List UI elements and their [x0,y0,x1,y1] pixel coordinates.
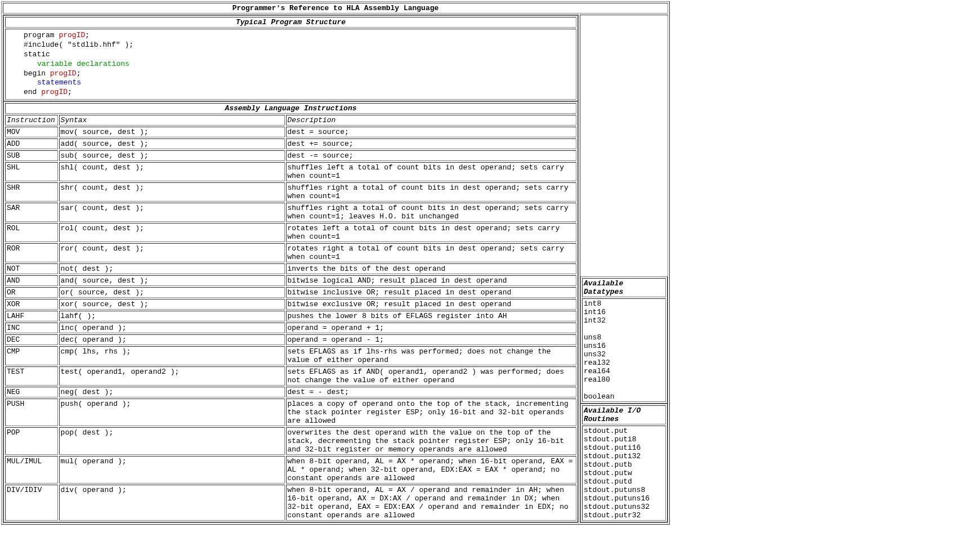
description-cell: bitwise logical AND; result placed in de… [286,275,576,286]
structure-table: Typical Program Structure program progID… [3,15,578,101]
syntax-cell: inc( operand ); [59,323,285,333]
table-row: ROLrol( count, dest );rotates left a tot… [5,223,576,242]
syntax-cell: or( source, dest ); [59,287,285,298]
table-row: INCinc( operand );operand = operand + 1; [5,323,576,333]
include-line: #include( "stdlib.hhf" ); [24,41,575,50]
instructions-heading: Assembly Language Instructions [5,103,576,114]
syntax-cell: mov( source, dest ); [59,127,285,137]
table-row: ADDadd( source, dest );dest += source; [5,138,576,149]
syntax-cell: mul( operand ); [59,456,285,484]
instruction-cell: PUSH [5,399,58,426]
instruction-cell: ADD [5,138,58,149]
kw-begin: begin [24,69,50,78]
instruction-cell: SHR [5,182,58,202]
table-row: TESTtest( operand1, operand2 );sets EFLA… [5,366,576,386]
description-cell: inverts the bits of the dest operand [286,263,576,274]
kw-end: end [24,88,41,96]
progid-3: progID [41,88,68,96]
description-cell: rotates left a total of count bits in de… [286,223,576,242]
table-row: SARsar( count, dest );shuffles right a t… [5,203,576,222]
instruction-cell: LAHF [5,311,58,321]
syntax-cell: div( operand ); [59,485,285,521]
description-cell: shuffles left a total of count bits in d… [286,162,576,181]
instruction-cell: TEST [5,366,58,386]
sidebar: Available Datatypes int8 int16 int32 uns… [580,15,668,523]
instruction-cell: OR [5,287,58,298]
description-cell: operand = operand + 1; [286,323,576,333]
syntax-cell: not( dest ); [59,263,285,274]
description-cell: operand = operand - 1; [286,334,576,345]
description-cell: places a copy of operand onto the top of… [286,399,576,426]
description-cell: sets EFLAGS as if AND( operand1, operand… [286,366,576,386]
datatypes-header: Available Datatypes [582,278,666,297]
syntax-cell: sar( count, dest ); [59,203,285,222]
description-cell: overwrites the dest operand with the val… [286,427,576,455]
instruction-cell: NOT [5,263,58,274]
instruction-cell: MUL/IMUL [5,456,58,484]
instruction-cell: SUB [5,150,58,161]
syntax-cell: cmp( lhs, rhs ); [59,346,285,365]
description-cell: bitwise inclusive OR; result placed in d… [286,287,576,298]
instruction-cell: ROR [5,243,58,262]
description-cell: shuffles right a total of count bits in … [286,203,576,222]
left-column: Typical Program Structure program progID… [3,15,579,523]
syntax-cell: and( source, dest ); [59,275,285,286]
instruction-cell: DIV/IDIV [5,485,58,521]
statements: statements [37,78,81,87]
description-cell: dest -= source; [286,150,576,161]
table-row: XORxor( source, dest );bitwise exclusive… [5,299,576,310]
syntax-cell: xor( source, dest ); [59,299,285,310]
var-decls: variable declarations [37,60,129,68]
syntax-cell: ror( count, dest ); [59,243,285,262]
description-cell: when 8-bit operand, AL = AX / operand an… [286,485,576,521]
description-cell: bitwise exclusive OR; result placed in d… [286,299,576,310]
datatypes-box: Available Datatypes int8 int16 int32 uns… [580,276,668,404]
io-list: stdout.put stdout.puti8 stdout.puti16 st… [582,426,666,521]
syntax-cell: lahf( ); [59,311,285,321]
instruction-cell: CMP [5,346,58,365]
description-cell: rotates right a total of count bits in d… [286,243,576,262]
instruction-cell: MOV [5,127,58,137]
syntax-cell: add( source, dest ); [59,138,285,149]
col-description: Description [286,115,576,126]
instruction-cell: INC [5,323,58,333]
io-routines-box: Available I/O Routines stdout.put stdout… [580,404,668,522]
syntax-cell: dec( operand ); [59,334,285,345]
description-cell: sets EFLAGS as if lhs-rhs was performed;… [286,346,576,365]
instruction-cell: ROL [5,223,58,242]
description-cell: dest = source; [286,127,576,137]
instructions-table: Assembly Language Instructions Instructi… [3,101,578,522]
syntax-cell: pop( dest ); [59,427,285,455]
col-syntax: Syntax [59,115,285,126]
program-structure-code: program progID; #include( "stdlib.hhf" )… [5,29,576,100]
syntax-cell: shl( count, dest ); [59,162,285,181]
table-row: DIV/IDIVdiv( operand );when 8-bit operan… [5,485,576,521]
kw-program: program [24,31,59,39]
table-row: SHLshl( count, dest );shuffles left a to… [5,162,576,181]
instruction-cell: NEG [5,387,58,397]
syntax-cell: test( operand1, operand2 ); [59,366,285,386]
table-row: ANDand( source, dest );bitwise logical A… [5,275,576,286]
static-line: static [24,50,575,60]
syntax-cell: rol( count, dest ); [59,223,285,242]
col-instruction: Instruction [5,115,58,126]
table-row: POPpop( dest );overwrites the dest opera… [5,427,576,455]
table-row: MUL/IMULmul( operand );when 8-bit operan… [5,456,576,484]
description-cell: dest = - dest; [286,387,576,397]
main-reference-table: Programmer's Reference to HLA Assembly L… [1,1,670,525]
progid-1: progID [59,31,85,39]
table-row: SHRshr( count, dest );shuffles right a t… [5,182,576,202]
syntax-cell: push( operand ); [59,399,285,426]
instruction-cell: AND [5,275,58,286]
description-cell: when 8-bit operand, AL = AX * operand; w… [286,456,576,484]
structure-heading: Typical Program Structure [5,17,576,28]
table-row: ORor( source, dest );bitwise inclusive O… [5,287,576,298]
description-cell: pushes the lower 8 bits of EFLAGS regist… [286,311,576,321]
table-row: CMPcmp( lhs, rhs );sets EFLAGS as if lhs… [5,346,576,365]
page-title: Programmer's Reference to HLA Assembly L… [3,3,668,14]
instruction-cell: SHL [5,162,58,181]
instruction-cell: POP [5,427,58,455]
description-cell: shuffles right a total of count bits in … [286,182,576,202]
table-row: NEGneg( dest );dest = - dest; [5,387,576,397]
table-row: DECdec( operand );operand = operand - 1; [5,334,576,345]
